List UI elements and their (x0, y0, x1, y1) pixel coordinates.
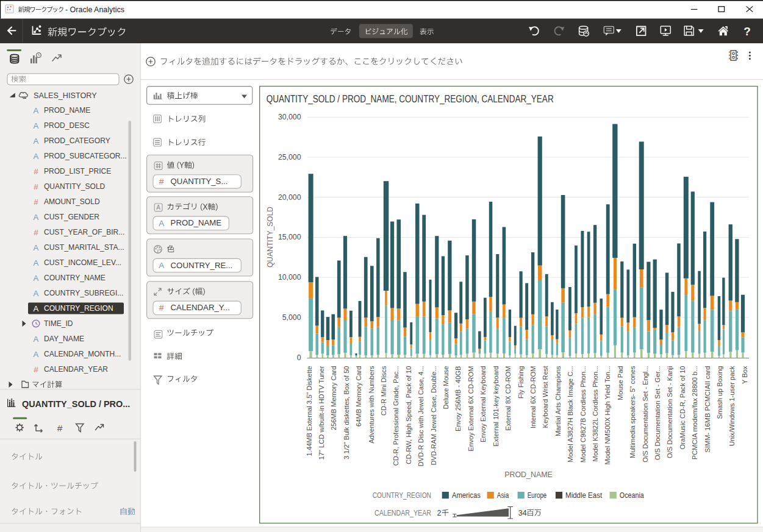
svg-text:AMOUNT_SOLD: AMOUNT_SOLD (44, 197, 100, 206)
svg-text:#: # (57, 423, 63, 433)
svg-text:30,000: 30,000 (278, 113, 301, 121)
svg-text:#: # (159, 303, 164, 313)
svg-text:?: ? (743, 25, 751, 38)
svg-text:#: # (34, 365, 38, 374)
svg-text:Y Box: Y Box (741, 366, 748, 384)
svg-text:PROD_CATEGORY: PROD_CATEGORY (44, 137, 110, 145)
svg-text:Asia: Asia (497, 491, 509, 500)
svg-text:1.44MB External 3.5" Diskette: 1.44MB External 3.5" Diskette (306, 366, 313, 456)
svg-text:- Oracle Analytics: - Oracle Analytics (65, 5, 124, 14)
svg-text:Unix/Windows 1-user pack: Unix/Windows 1-user pack (728, 366, 736, 446)
svg-text:PCMCIA modem/fax 28800 b...: PCMCIA modem/fax 28800 b... (691, 366, 698, 460)
svg-text:Model NM500X High Yield Ton...: Model NM500X High Yield Ton... (604, 366, 611, 465)
svg-text:O/S Documentation Set - Kanji: O/S Documentation Set - Kanji (666, 366, 673, 458)
svg-text:Envoy 256MB - 40GB: Envoy 256MB - 40GB (454, 366, 462, 432)
svg-text:20,000: 20,000 (278, 193, 301, 202)
svg-text:Adventures with Numbers: Adventures with Numbers (368, 366, 375, 444)
svg-text:256MB Memory Card: 256MB Memory Card (330, 366, 337, 431)
svg-text:PROD_SUBCATEGOR...: PROD_SUBCATEGOR... (44, 152, 127, 160)
svg-text:17" LCD w/built-in HDTV Tuner: 17" LCD w/built-in HDTV Tuner (318, 366, 325, 459)
svg-text:Model K3822L Cordless Phon...: Model K3822L Cordless Phon... (592, 366, 599, 462)
svg-text:DVD-RAM Jewel Case, Double...: DVD-RAM Jewel Case, Double... (430, 366, 437, 466)
svg-text:COUNTRY_RE...: COUNTRY_RE... (171, 261, 233, 270)
svg-text:A: A (34, 137, 39, 146)
svg-text:PROD_LIST_PRICE: PROD_LIST_PRICE (44, 167, 111, 176)
svg-text:#: # (34, 197, 38, 207)
svg-text:64MB Memory Card: 64MB Memory Card (355, 366, 362, 427)
svg-text:A: A (34, 350, 39, 359)
svg-text:CALENDAR_YEAR: CALENDAR_YEAR (374, 509, 431, 517)
svg-text:Multimedia speakers- 5" cones: Multimedia speakers- 5" cones (629, 366, 636, 458)
svg-text:A: A (34, 274, 39, 283)
svg-text:O/S Documentation Set - Engl..: O/S Documentation Set - Engl... (642, 366, 649, 463)
svg-text:Smash up Boxing: Smash up Boxing (716, 366, 723, 419)
svg-text:#: # (159, 177, 164, 186)
svg-text:QUANTITY_SOLD: QUANTITY_SOLD (266, 207, 274, 268)
svg-text:A: A (34, 335, 39, 344)
svg-text:2: 2 (437, 509, 442, 517)
svg-text:COUNTRY_REGION: COUNTRY_REGION (373, 491, 431, 500)
svg-text:PROD_NAME: PROD_NAME (504, 470, 553, 479)
svg-text:CALENDAR_YEAR: CALENDAR_YEAR (44, 365, 108, 374)
svg-text:Deluxe Mouse: Deluxe Mouse (442, 366, 450, 410)
svg-text:CD-RW, High Speed, Pack of 10: CD-RW, High Speed, Pack of 10 (405, 366, 412, 464)
svg-text:QUANTITY_S...: QUANTITY_S... (171, 177, 228, 186)
svg-text:Internal 6X CD-ROM: Internal 6X CD-ROM (529, 366, 537, 429)
svg-text:Mouse Pad: Mouse Pad (617, 366, 624, 400)
svg-text:SIMM- 16MB PCMCIAII card: SIMM- 16MB PCMCIAII card (704, 366, 711, 453)
svg-text:External 8X CD-ROM: External 8X CD-ROM (504, 366, 512, 431)
svg-text:#: # (34, 228, 38, 237)
svg-text:Model C9827B Cordless Phon...: Model C9827B Cordless Phon... (579, 366, 587, 463)
svg-text:QUANTITY_SOLD: QUANTITY_SOLD (44, 182, 105, 191)
svg-text:PROD_NAME: PROD_NAME (171, 218, 222, 227)
svg-text:A: A (34, 152, 39, 161)
svg-text:A: A (156, 204, 160, 211)
svg-text:Fly Fishing: Fly Fishing (517, 366, 525, 399)
svg-text:QUANTITY_SOLD / PRO...: QUANTITY_SOLD / PRO... (22, 399, 130, 409)
svg-text:CUST_INCOME_LEV...: CUST_INCOME_LEV... (44, 258, 121, 267)
svg-text:TIME_ID: TIME_ID (44, 319, 73, 328)
svg-text:O/S Documentation Set - Ger...: O/S Documentation Set - Ger... (654, 366, 661, 460)
svg-text:CALENDAR_MONTH...: CALENDAR_MONTH... (44, 350, 121, 358)
svg-text:OraMusic CD-R, Pack of 10: OraMusic CD-R, Pack of 10 (679, 366, 686, 450)
svg-text:External 101-key keyboard: External 101-key keyboard (492, 366, 500, 447)
svg-text:A: A (34, 121, 39, 130)
svg-text:25,000: 25,000 (278, 153, 301, 161)
svg-text:DAY_NAME: DAY_NAME (44, 335, 84, 343)
svg-text:15,000: 15,000 (278, 233, 301, 241)
svg-text:A: A (34, 213, 39, 222)
svg-text:Europe: Europe (528, 491, 547, 500)
svg-text:Model A3827H Black Image C...: Model A3827H Black Image C... (567, 366, 574, 463)
svg-text:0: 0 (297, 353, 301, 362)
svg-text:A: A (34, 106, 39, 115)
svg-text:3 1/2" Bulk diskettes, Box of: 3 1/2" Bulk diskettes, Box of 50 (343, 366, 350, 460)
svg-text:Keyboard Wrist Rest: Keyboard Wrist Rest (542, 366, 549, 428)
svg-text:A: A (34, 243, 39, 252)
svg-text:COUNTRY_NAME: COUNTRY_NAME (44, 274, 106, 282)
svg-text:Envoy External 6X CD-ROM: Envoy External 6X CD-ROM (467, 366, 475, 452)
svg-text:A: A (159, 261, 165, 270)
svg-text:Oceania: Oceania (620, 491, 644, 500)
svg-text:A: A (34, 258, 39, 268)
svg-text:CD-R, Professional Grade, Pac.: CD-R, Professional Grade, Pac... (392, 366, 399, 466)
svg-text:SALES_HISTORY: SALES_HISTORY (34, 91, 97, 100)
svg-text:#: # (34, 182, 38, 191)
svg-text:CALENDAR_Y...: CALENDAR_Y... (171, 303, 230, 312)
svg-text:CD-R Mini Discs: CD-R Mini Discs (380, 366, 387, 416)
svg-text:Middle East: Middle East (565, 491, 603, 500)
svg-text:PROD_NAME: PROD_NAME (44, 106, 90, 115)
svg-text:A: A (34, 289, 39, 298)
svg-text:COUNTRY_REGION: COUNTRY_REGION (44, 304, 113, 313)
svg-text:Envoy External Keyboard: Envoy External Keyboard (479, 366, 487, 442)
svg-text:A: A (34, 304, 39, 313)
svg-text:A: A (159, 219, 165, 228)
svg-text:34: 34 (518, 509, 527, 517)
svg-text:Martial Arts Champions: Martial Arts Champions (554, 366, 562, 436)
svg-text:Americas: Americas (452, 491, 481, 500)
svg-text:#: # (34, 167, 38, 176)
svg-text:COUNTRY_SUBREGI...: COUNTRY_SUBREGI... (44, 289, 123, 297)
svg-text:QUANTITY_SOLD / PROD_NAME, COU: QUANTITY_SOLD / PROD_NAME, COUNTRY_REGIO… (267, 93, 554, 105)
svg-text:DVD-R Disc with Jewel Case, 4.: DVD-R Disc with Jewel Case, 4... (417, 366, 424, 467)
svg-text:CUST_GENDER: CUST_GENDER (44, 213, 99, 221)
svg-text:5,000: 5,000 (282, 313, 301, 322)
